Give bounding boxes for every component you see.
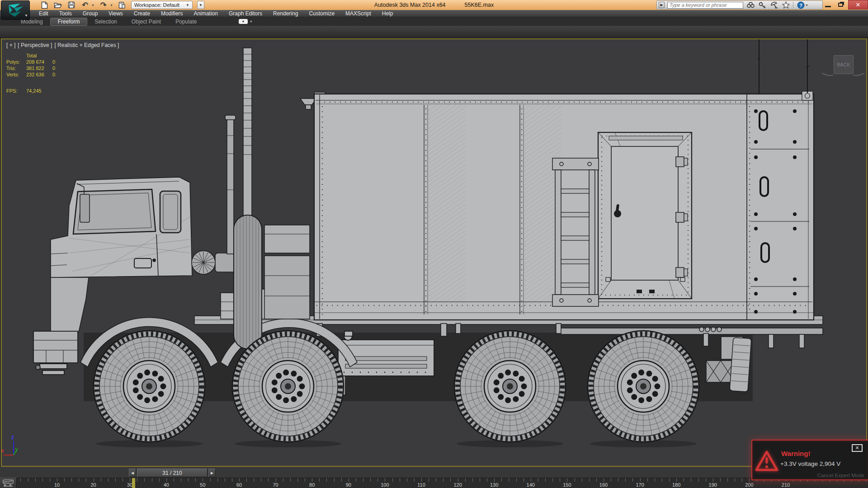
redo-history-caret-icon[interactable]: ▼ xyxy=(110,4,113,7)
close-button[interactable]: ✕ xyxy=(848,0,868,9)
minimize-icon xyxy=(825,6,831,7)
ruler-tick xyxy=(407,478,407,482)
ribbon-tab-populate[interactable]: Populate xyxy=(168,18,204,25)
truck-model[interactable] xyxy=(33,38,823,447)
menu-create[interactable]: Create xyxy=(128,10,156,17)
new-file-button[interactable] xyxy=(40,0,49,9)
ruler-tick xyxy=(166,478,167,482)
stats-row-label: Tris: xyxy=(6,66,26,71)
cancel-expert-mode-text[interactable]: Cancel Expert Mode xyxy=(817,473,864,478)
ruler-tick xyxy=(123,478,123,482)
ruler-tick xyxy=(632,478,633,482)
menu-tools[interactable]: Tools xyxy=(54,10,77,17)
stats-row-selected: 0 xyxy=(52,66,66,71)
open-mini-curve-editor-button[interactable] xyxy=(0,478,17,488)
communication-center-button[interactable] xyxy=(769,1,778,9)
next-frame-button[interactable]: ► xyxy=(208,469,216,477)
save-file-button[interactable] xyxy=(67,0,76,9)
viewcube[interactable]: BACK xyxy=(834,55,854,74)
menu-graph-editors[interactable]: Graph Editors xyxy=(223,10,268,17)
redo-button[interactable]: ↷ xyxy=(99,0,108,9)
fps-value: 74,245 xyxy=(26,88,52,94)
ruler-tick xyxy=(246,478,247,482)
undo-icon: ↶ xyxy=(82,1,88,9)
search-scope-button[interactable]: ▶ xyxy=(659,2,665,8)
ruler-tick xyxy=(71,478,72,482)
ruler-tick xyxy=(28,478,28,482)
undo-button[interactable]: ↶ xyxy=(80,0,90,9)
ruler-tick xyxy=(312,478,312,482)
ruler-frame-label: 40 xyxy=(157,482,175,488)
menu-group[interactable]: Group xyxy=(77,10,103,17)
viewport-pov-menu[interactable]: [ Perspective ] xyxy=(18,42,52,48)
warning-title: Warning! xyxy=(781,450,810,457)
stats-row-label: Polys: xyxy=(6,59,26,65)
undo-history-caret-icon[interactable]: ▼ xyxy=(91,4,94,7)
ruler-tick xyxy=(472,478,473,482)
open-file-button[interactable] xyxy=(53,0,62,9)
menu-modifiers[interactable]: Modifiers xyxy=(156,10,189,17)
ruler-tick xyxy=(392,478,393,482)
viewport-shading-menu[interactable]: [ Realistic + Edged Faces ] xyxy=(54,42,119,48)
ribbon-tab-freeform[interactable]: Freeform xyxy=(50,18,88,26)
ruler-tick xyxy=(159,478,160,482)
ruler-tick xyxy=(450,478,451,482)
ribbon-tab-selection[interactable]: Selection xyxy=(87,18,124,25)
minimize-button[interactable] xyxy=(821,0,835,9)
project-folder-button[interactable] xyxy=(118,0,127,9)
ruler-frame-label: 100 xyxy=(376,482,394,488)
ruler-tick xyxy=(516,478,517,482)
perspective-viewport[interactable]: X Z Y [ + ] [ Perspective ] [ Realistic … xyxy=(1,38,867,467)
menu-help[interactable]: Help xyxy=(377,10,399,17)
ruler-tick xyxy=(655,478,655,482)
current-frame-marker[interactable] xyxy=(132,478,135,488)
ruler-tick xyxy=(567,478,567,482)
warning-close-button[interactable]: ✕ xyxy=(852,444,863,452)
ruler-frame-label: 50 xyxy=(193,482,212,488)
ruler-tick xyxy=(144,478,145,482)
menu-maxscript[interactable]: MAXScript xyxy=(340,10,377,17)
axis-z-label: Z xyxy=(11,435,14,440)
menu-rendering[interactable]: Rendering xyxy=(268,10,303,17)
stats-row-total: 381 822 xyxy=(26,66,52,71)
warning-triangle-icon xyxy=(755,450,779,475)
ruler-tick xyxy=(305,478,305,482)
viewport-general-menu[interactable]: [ + ] xyxy=(6,42,15,48)
ribbon-caret-icon: ▼ xyxy=(250,20,253,23)
menu-edit[interactable]: Edit xyxy=(33,10,54,17)
previous-frame-button[interactable]: ◄ xyxy=(129,469,136,477)
ruler-tick xyxy=(174,478,174,482)
ruler-tick xyxy=(465,478,466,482)
sign-in-button[interactable] xyxy=(758,1,767,9)
svg-text:?: ? xyxy=(799,2,802,8)
stats-column-header: Total xyxy=(26,53,52,58)
ruler-tick xyxy=(458,478,458,482)
time-slider-bar[interactable]: ◄ 31 / 210 ► xyxy=(0,467,868,478)
ruler-tick xyxy=(203,478,203,482)
help-button[interactable]: ? xyxy=(796,1,805,9)
maximize-button[interactable] xyxy=(835,0,848,9)
application-menu-button[interactable]: ▼ xyxy=(1,0,30,20)
favorites-button[interactable] xyxy=(781,1,790,9)
ruler-tick xyxy=(582,478,582,482)
truck-wheel-rear-2 xyxy=(588,331,699,442)
menu-customize[interactable]: Customize xyxy=(303,10,340,17)
track-bar-ruler[interactable]: 1020304050607080901001101201301401501601… xyxy=(0,478,868,488)
ruler-tick xyxy=(735,478,735,482)
workspace-options-button[interactable]: ▼ xyxy=(197,1,204,9)
ruler-tick xyxy=(596,478,597,482)
ruler-tick xyxy=(524,478,524,482)
menu-views[interactable]: Views xyxy=(103,10,128,17)
menu-animation[interactable]: Animation xyxy=(189,10,223,17)
time-slider-handle[interactable]: 31 / 210 xyxy=(137,469,208,477)
ruler-frame-label: 140 xyxy=(522,482,540,488)
help-caret-icon[interactable]: ▼ xyxy=(805,4,808,7)
ruler-tick xyxy=(436,478,436,482)
ruler-tick xyxy=(698,478,699,482)
viewport-label: [ + ] [ Perspective ] [ Realistic + Edge… xyxy=(6,42,119,48)
ribbon-tab-object-paint[interactable]: Object Paint xyxy=(124,18,168,25)
search-button[interactable] xyxy=(746,1,755,9)
ribbon-display-dropdown[interactable]: ▼ ▼ xyxy=(239,19,253,24)
search-input[interactable] xyxy=(667,2,743,9)
workspace-selector[interactable]: Workspace: Default ▼ xyxy=(131,1,193,9)
